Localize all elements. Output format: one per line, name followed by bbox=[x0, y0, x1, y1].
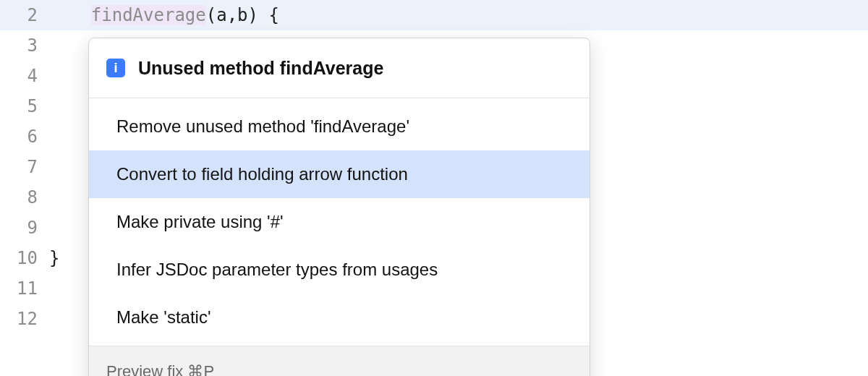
intention-actions-popup: i Unused method findAverage Remove unuse… bbox=[88, 38, 590, 376]
popup-footer-hint: Preview fix ⌘P bbox=[89, 346, 590, 376]
line-number: 5 bbox=[0, 91, 48, 121]
line-number: 9 bbox=[0, 213, 48, 243]
line-number: 6 bbox=[0, 121, 48, 152]
line-number: 3 bbox=[0, 30, 48, 61]
line-number: 4 bbox=[0, 61, 48, 91]
popup-items: Remove unused method 'findAverage' Conve… bbox=[89, 98, 590, 346]
method-name-token[interactable]: findAverage bbox=[91, 5, 206, 25]
code-editor[interactable]: 2 findAverage(a,b) { 3 4 5 6 7 8 9 10 } bbox=[0, 0, 868, 376]
action-remove-unused[interactable]: Remove unused method 'findAverage' bbox=[89, 98, 590, 150]
line-number: 2 bbox=[0, 0, 48, 30]
line-number: 8 bbox=[0, 182, 48, 213]
info-icon: i bbox=[106, 59, 125, 77]
code-line[interactable]: 2 findAverage(a,b) { bbox=[0, 0, 868, 30]
line-number: 11 bbox=[0, 273, 48, 304]
code-text: (a,b) { bbox=[206, 5, 279, 25]
line-number: 12 bbox=[0, 304, 48, 334]
action-make-private[interactable]: Make private using '#' bbox=[89, 198, 590, 246]
code-content[interactable]: findAverage(a,b) { bbox=[48, 0, 868, 30]
popup-header: i Unused method findAverage bbox=[89, 38, 590, 98]
action-convert-arrow[interactable]: Convert to field holding arrow function bbox=[89, 150, 590, 198]
popup-title: Unused method findAverage bbox=[138, 53, 383, 83]
line-number: 7 bbox=[0, 152, 48, 182]
action-make-static[interactable]: Make 'static' bbox=[89, 294, 590, 346]
action-infer-jsdoc[interactable]: Infer JSDoc parameter types from usages bbox=[89, 246, 590, 294]
line-number: 10 bbox=[0, 243, 48, 273]
